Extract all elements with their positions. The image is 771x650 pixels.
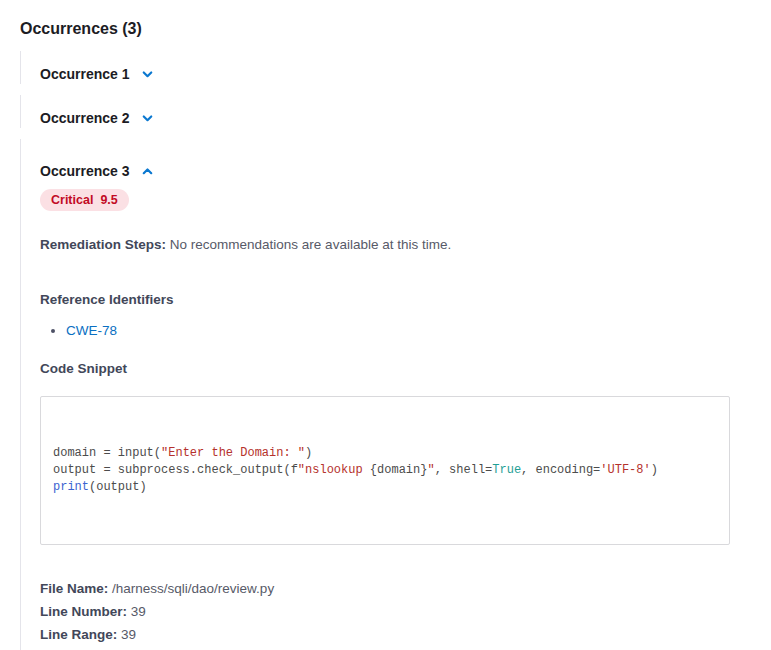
line-number-label: Line Number: bbox=[40, 604, 127, 619]
code-snippet-lines: domain = input("Enter the Domain: ")outp… bbox=[53, 445, 717, 496]
reference-link[interactable]: CWE-78 bbox=[66, 323, 117, 338]
reference-item: CWE-78 bbox=[66, 323, 751, 338]
severity-label: Critical bbox=[51, 193, 93, 207]
reference-list: CWE-78 bbox=[40, 323, 751, 338]
chevron-up-icon[interactable] bbox=[140, 164, 155, 179]
code-snippet-heading: Code Snippet bbox=[40, 361, 751, 376]
file-name-row: File Name: /harness/sqli/dao/review.py bbox=[40, 577, 751, 600]
occurrence-panel-2: Occurrence 2 bbox=[20, 95, 751, 128]
remediation-label: Remediation Steps: bbox=[40, 237, 166, 252]
chevron-down-icon[interactable] bbox=[140, 67, 155, 82]
occurrence-3-title: Occurrence 3 bbox=[40, 163, 130, 179]
line-number-value: 39 bbox=[131, 604, 146, 619]
severity-badge: Critical 9.5 bbox=[40, 189, 129, 211]
page-title: Occurrences (3) bbox=[20, 20, 751, 38]
chevron-down-icon[interactable] bbox=[140, 111, 155, 126]
occurrence-1-title: Occurrence 1 bbox=[40, 66, 130, 82]
line-range-label: Line Range: bbox=[40, 627, 117, 642]
occurrence-meta: File Name: /harness/sqli/dao/review.py L… bbox=[40, 577, 751, 650]
file-name-value: /harness/sqli/dao/review.py bbox=[112, 581, 274, 596]
file-name-label: File Name: bbox=[40, 581, 108, 596]
line-range-value: 39 bbox=[121, 627, 136, 642]
occurrence-panel-3: Occurrence 3 Critical 9.5 Remediation St… bbox=[20, 139, 751, 650]
link-label-row: Link: bbox=[40, 646, 751, 650]
occurrence-2-title: Occurrence 2 bbox=[40, 110, 130, 126]
code-line: print(output) bbox=[53, 479, 717, 496]
reference-identifiers-heading: Reference Identifiers bbox=[40, 292, 751, 307]
code-line: domain = input("Enter the Domain: ") bbox=[53, 445, 717, 462]
occurrence-2-toggle[interactable]: Occurrence 2 bbox=[40, 110, 155, 126]
code-line: output = subprocess.check_output(f"nsloo… bbox=[53, 462, 717, 479]
remediation-text: No recommendations are available at this… bbox=[170, 237, 451, 252]
occurrence-3-toggle[interactable]: Occurrence 3 bbox=[40, 163, 155, 179]
code-snippet-box: domain = input("Enter the Domain: ")outp… bbox=[40, 396, 730, 545]
remediation-steps: Remediation Steps: No recommendations ar… bbox=[40, 237, 751, 252]
line-number-row: Line Number: 39 bbox=[40, 600, 751, 623]
occurrence-1-toggle[interactable]: Occurrence 1 bbox=[40, 66, 155, 82]
severity-score: 9.5 bbox=[100, 193, 117, 207]
line-range-row: Line Range: 39 bbox=[40, 623, 751, 646]
occurrence-panel-1: Occurrence 1 bbox=[20, 51, 751, 84]
